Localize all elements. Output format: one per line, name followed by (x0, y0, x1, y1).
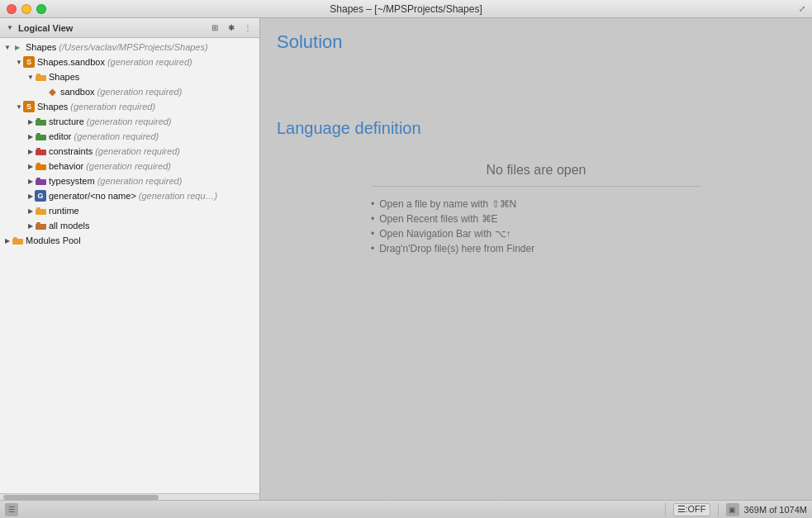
tree-arrow-icon[interactable]: ▶ (26, 161, 35, 171)
svg-rect-13 (36, 209, 46, 215)
status-indicator: ☰:OFF (673, 503, 710, 516)
window-controls[interactable] (7, 4, 46, 14)
solution-title: Solution (277, 31, 795, 53)
sidebar-title: Logical View (18, 23, 205, 33)
tree-item-meta: (generation required) (97, 87, 183, 97)
tree-item[interactable]: ▶runtime (0, 203, 259, 218)
tree-item-label: Shapes.sandbox (37, 57, 105, 67)
tree-node-icon (12, 235, 23, 246)
tree-item-label: runtime (49, 206, 79, 216)
tree-item-label: Shapes (37, 102, 68, 112)
tree-item[interactable]: ▼Shapes (0, 69, 259, 84)
tree-arrow-icon[interactable]: ▶ (26, 176, 35, 186)
tree-item[interactable]: ▶Modules Pool (0, 233, 259, 248)
tree-item[interactable]: ▶constraints (generation required) (0, 144, 259, 159)
tree-item-label: typesystem (49, 176, 95, 186)
tree-item[interactable]: ▼SShapes.sandbox (generation required) (0, 55, 259, 69)
svg-rect-3 (36, 120, 46, 126)
list-item: Drag'n'Drop file(s) here from Finder (371, 243, 701, 254)
sidebar-tree: ▼▸Shapes (/Users/vaclav/MPSProjects/Shap… (0, 38, 259, 493)
svg-rect-11 (36, 179, 46, 185)
sidebar-scrollbar[interactable] (0, 493, 259, 500)
tree-item[interactable]: ▼▸Shapes (/Users/vaclav/MPSProjects/Shap… (0, 40, 259, 55)
tree-item-meta: (generation required) (70, 102, 155, 112)
tree-arrow-icon[interactable]: ▶ (26, 146, 35, 156)
tree-arrow-icon[interactable]: ▶ (26, 191, 35, 201)
bottom-bar: ☰ ☰:OFF ▣ 369M of 1074M (0, 500, 812, 518)
sidebar-header: ▼ Logical View ⊞ ✱ ⋮ (0, 18, 259, 38)
tree-arrow-icon[interactable]: ▶ (26, 116, 35, 126)
tree-item-label: behavior (49, 161, 83, 171)
svg-rect-10 (36, 178, 40, 179)
tree-node-icon (35, 160, 46, 172)
tree-item-label: constraints (49, 146, 93, 156)
tree-arrow-icon[interactable]: ▼ (26, 72, 35, 82)
tree-item-meta: (generation required) (95, 146, 180, 156)
tree-item-label: Shapes (49, 72, 79, 82)
close-button[interactable] (7, 4, 17, 14)
memory-label: 369M of 1074M (744, 505, 807, 515)
tree-arrow-icon[interactable]: ▶ (26, 221, 35, 230)
tree-item[interactable]: ▶behavior (generation required) (0, 159, 259, 173)
svg-rect-1 (36, 75, 46, 81)
svg-rect-6 (36, 148, 40, 150)
svg-rect-5 (36, 135, 46, 140)
svg-rect-9 (36, 164, 46, 170)
tree-arrow-icon[interactable] (38, 87, 46, 97)
bottom-left-icons: ☰ (5, 503, 18, 516)
svg-rect-15 (36, 224, 46, 230)
minimize-button[interactable] (21, 4, 31, 14)
tree-item-meta: (generation required) (74, 131, 159, 141)
tree-node-icon: ◆ (46, 86, 58, 97)
editor-content: Solution Language definition No files ar… (260, 18, 812, 500)
list-item: Open Recent files with ⌘E (371, 213, 701, 225)
sidebar-dropdown-arrow[interactable]: ▼ (5, 23, 15, 33)
main-area: ▼ Logical View ⊞ ✱ ⋮ ▼▸Shapes (/Users/va… (0, 18, 812, 500)
tree-arrow-icon[interactable]: ▶ (26, 131, 35, 141)
divider-1 (665, 503, 666, 516)
tree-node-icon: S (23, 56, 35, 68)
no-files-title: No files are open (371, 163, 701, 187)
no-files-list: Open a file by name with ⇧⌘NOpen Recent … (371, 198, 701, 258)
tree-node-icon: G (35, 190, 46, 202)
list-item: Open Navigation Bar with ⌥↑ (371, 228, 701, 240)
tree-arrow-icon[interactable]: ▶ (3, 235, 12, 245)
tree-item-label: editor (49, 131, 72, 141)
tree-item-label: generator/<no name> (49, 191, 136, 201)
tree-item[interactable]: ▶structure (generation required) (0, 114, 259, 129)
sidebar-toolbar: ⊞ ✱ ⋮ (208, 21, 254, 35)
expand-icon[interactable]: ⤢ (799, 4, 805, 13)
bottom-icon-1[interactable]: ☰ (5, 503, 18, 516)
scrollbar-thumb (3, 495, 159, 500)
tree-item[interactable]: ◆sandbox (generation required) (0, 84, 259, 99)
tree-item-label: Modules Pool (26, 235, 81, 245)
tree-item[interactable]: ▶typesystem (generation required) (0, 173, 259, 188)
tree-arrow-icon[interactable]: ▶ (26, 206, 35, 216)
tree-node-icon (35, 71, 46, 83)
maximize-button[interactable] (36, 4, 46, 14)
svg-rect-17 (12, 239, 23, 245)
tree-item[interactable]: ▶editor (generation required) (0, 129, 259, 144)
settings-icon[interactable]: ✱ (225, 21, 238, 35)
svg-rect-16 (13, 237, 17, 239)
svg-rect-4 (36, 133, 40, 135)
tree-item[interactable]: ▶all models (0, 218, 259, 233)
editor-area: Solution Language definition No files ar… (260, 18, 812, 500)
options-icon[interactable]: ⋮ (241, 21, 254, 35)
tree-node-icon (35, 220, 46, 231)
language-title: Language definition (277, 119, 795, 138)
tree-item-meta: (generation requ…) (139, 191, 217, 201)
tree-item[interactable]: ▼SShapes (generation required) (0, 99, 259, 114)
tree-item-meta: (generation required) (107, 57, 192, 67)
tree-arrow-icon[interactable]: ▼ (3, 42, 12, 52)
layout-icon[interactable]: ⊞ (208, 21, 221, 35)
tree-item-meta: (/Users/vaclav/MPSProjects/Shapes) (59, 42, 207, 52)
title-bar: Shapes – [~/MPSProjects/Shapes] ⤢ (0, 0, 812, 18)
sidebar: ▼ Logical View ⊞ ✱ ⋮ ▼▸Shapes (/Users/va… (0, 18, 260, 500)
tree-item-label: structure (49, 116, 84, 126)
divider-2 (718, 503, 719, 516)
tree-arrow-icon[interactable]: ▼ (15, 57, 23, 67)
tree-item-label: all models (49, 221, 90, 230)
tree-item[interactable]: ▶Ggenerator/<no name> (generation requ…) (0, 188, 259, 203)
tree-arrow-icon[interactable]: ▼ (15, 102, 23, 112)
